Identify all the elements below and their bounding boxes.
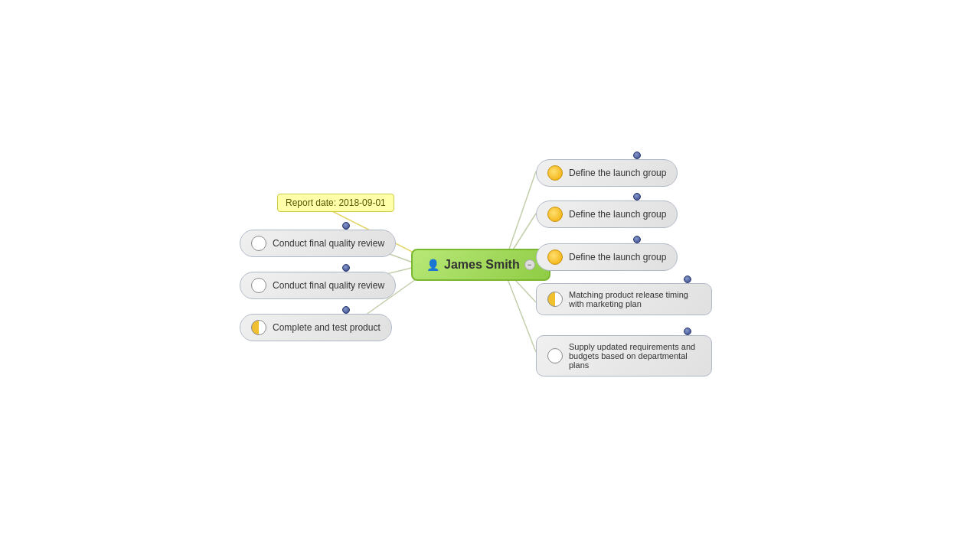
status-icon-ln1 xyxy=(251,236,266,251)
status-icon-ln3 xyxy=(251,320,266,335)
task-label-rn5: Supply updated requirements and budgets … xyxy=(569,342,701,370)
task-node-rn4[interactable]: Matching product release timing with mar… xyxy=(536,283,712,315)
task-node-rn3[interactable]: Define the launch group xyxy=(536,243,678,271)
task-node-ln1[interactable]: Conduct final quality review xyxy=(240,230,396,257)
svg-line-9 xyxy=(505,273,536,352)
task-node-rn5[interactable]: Supply updated requirements and budgets … xyxy=(536,335,712,377)
user-icon: 👤 xyxy=(426,259,439,271)
status-icon-rn1 xyxy=(547,165,563,181)
status-icon-rn4 xyxy=(547,292,563,307)
center-node-label: James Smith xyxy=(444,258,520,272)
collapse-button[interactable]: − xyxy=(524,259,535,270)
task-node-ln3[interactable]: Complete and test product xyxy=(240,314,392,341)
task-label-rn1: Define the launch group xyxy=(569,168,666,178)
status-icon-rn5 xyxy=(547,348,563,364)
status-icon-rn3 xyxy=(547,249,563,265)
status-icon-rn2 xyxy=(547,207,563,222)
task-label-ln2: Conduct final quality review xyxy=(273,280,384,291)
svg-line-5 xyxy=(505,171,536,260)
task-label-rn3: Define the launch group xyxy=(569,252,666,262)
status-icon-ln2 xyxy=(251,278,266,293)
task-node-ln2[interactable]: Conduct final quality review xyxy=(240,272,396,299)
task-node-rn2[interactable]: Define the launch group xyxy=(536,201,678,228)
task-label-ln1: Conduct final quality review xyxy=(273,238,384,249)
report-label: Report date: 2018-09-01 xyxy=(277,194,394,212)
task-label-ln3: Complete and test product xyxy=(273,322,381,333)
task-label-rn4: Matching product release timing with mar… xyxy=(569,290,701,308)
task-label-rn2: Define the launch group xyxy=(569,209,666,220)
center-node[interactable]: 👤 James Smith − xyxy=(411,249,550,281)
task-node-rn1[interactable]: Define the launch group xyxy=(536,159,678,187)
